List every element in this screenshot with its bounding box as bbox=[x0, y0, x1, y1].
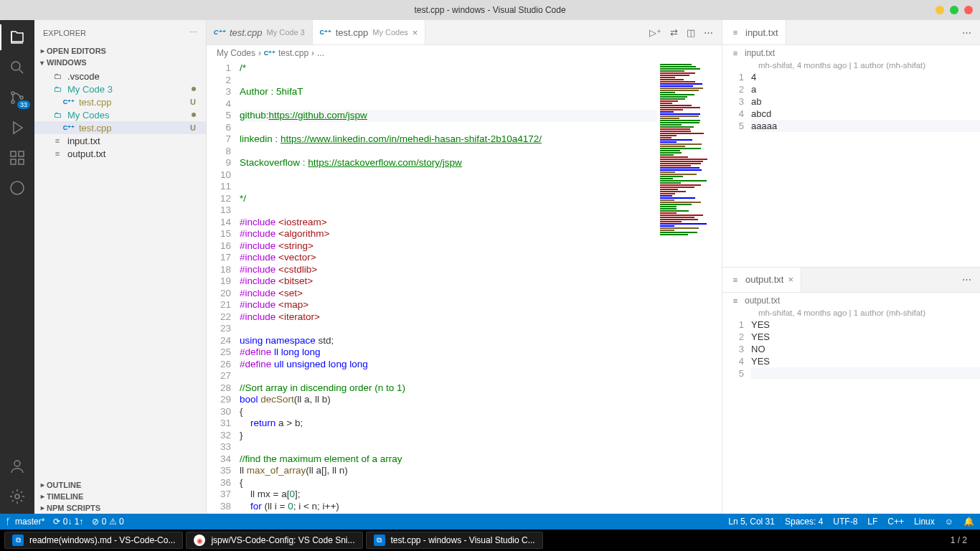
taskbar-item[interactable]: ◉jspw/VS-Code-Config: VS Code Sni... bbox=[186, 532, 362, 549]
svg-point-9 bbox=[14, 461, 20, 466]
remote-icon[interactable] bbox=[9, 179, 26, 197]
sb-bell-icon[interactable]: 🔔 bbox=[963, 517, 974, 527]
sb-encoding[interactable]: UTF-8 bbox=[833, 517, 857, 527]
close-tab-icon[interactable]: × bbox=[788, 274, 793, 285]
svg-rect-6 bbox=[11, 159, 16, 164]
sb-lang[interactable]: C++ bbox=[887, 517, 904, 527]
sb-feedback-icon[interactable]: ☺ bbox=[945, 517, 953, 527]
svg-rect-7 bbox=[19, 159, 24, 164]
taskbar-item[interactable]: ⧉test.cpp - windows - Visual Studio C... bbox=[366, 532, 543, 549]
output-editor[interactable]: 12345 YESYESNOYES bbox=[722, 317, 980, 514]
window-controls bbox=[936, 6, 973, 14]
taskbar: ⧉readme(windows).md - VS-Code-Co...◉jspw… bbox=[0, 529, 980, 551]
activity-bar: 33 bbox=[0, 20, 34, 514]
window-title: test.cpp - windows - Visual Studio Code bbox=[414, 5, 565, 15]
code-editor[interactable]: 1234567891011121314151617181920212223242… bbox=[207, 61, 722, 514]
sb-eol[interactable]: LF bbox=[867, 517, 877, 527]
sidebar-title: EXPLORER bbox=[43, 29, 86, 37]
breadcrumb-output[interactable]: ≡output.txt bbox=[722, 293, 980, 309]
open-editors-section[interactable]: ▾OPEN EDITORS bbox=[34, 45, 206, 57]
tree-item-My-Code-3[interactable]: 🗀My Code 3 bbox=[34, 83, 206, 95]
tab-test-cpp[interactable]: C⁺⁺test.cppMy Code 3 bbox=[207, 20, 313, 44]
svg-point-1 bbox=[11, 92, 14, 95]
svg-point-0 bbox=[11, 62, 20, 70]
run-icon[interactable]: ▷⁺ bbox=[649, 27, 661, 38]
editor-main: C⁺⁺test.cppMy Code 3C⁺⁺test.cppMy Codes×… bbox=[207, 20, 722, 514]
sb-os[interactable]: Linux bbox=[914, 517, 935, 527]
svg-rect-5 bbox=[19, 151, 24, 156]
timeline-section[interactable]: ▾TIMELINE bbox=[34, 491, 206, 502]
statusbar: ᚶ master* ⟳ 0↓ 1↑ ⊘ 0 ⚠ 0 Ln 5, Col 31 S… bbox=[0, 514, 980, 529]
minimize-icon[interactable] bbox=[936, 6, 944, 14]
outline-section[interactable]: ▾OUTLINE bbox=[34, 479, 206, 491]
sb-position[interactable]: Ln 5, Col 31 bbox=[728, 517, 775, 527]
more-icon[interactable]: ⋯ bbox=[962, 27, 971, 38]
breadcrumb[interactable]: My Codes› C⁺⁺test.cpp› ... bbox=[207, 45, 722, 61]
npm-section[interactable]: ▾NPM SCRIPTS bbox=[34, 502, 206, 514]
sb-branch[interactable]: ᚶ master* bbox=[6, 517, 44, 527]
output-meta: mh-shifat, 4 months ago | 1 author (mh-s… bbox=[722, 309, 980, 317]
tabs-main: C⁺⁺test.cppMy Code 3C⁺⁺test.cppMy Codes×… bbox=[207, 20, 722, 45]
taskbar-item[interactable]: ⧉readme(windows).md - VS-Code-Co... bbox=[4, 532, 183, 549]
minimap[interactable] bbox=[657, 61, 722, 514]
input-editor[interactable]: 12345 4aababcdaaaaa bbox=[722, 70, 980, 267]
titlebar: test.cpp - windows - Visual Studio Code bbox=[0, 0, 980, 20]
tree-item-output-txt[interactable]: ≡output.txt bbox=[34, 147, 206, 160]
breadcrumb-input[interactable]: ≡input.txt bbox=[722, 45, 980, 61]
more-icon[interactable]: ⋯ bbox=[962, 274, 971, 285]
more-icon[interactable]: ⋯ bbox=[704, 27, 713, 38]
more-icon[interactable]: ⋯ bbox=[189, 28, 197, 37]
tab-output-txt[interactable]: ≡output.txt× bbox=[722, 268, 801, 292]
tree-item-test-cpp[interactable]: C⁺⁺test.cppU bbox=[34, 95, 206, 108]
tab-input-txt[interactable]: ≡input.txt bbox=[722, 20, 786, 44]
editor-side: ≡input.txt⋯ ≡input.txt mh-shifat, 4 mont… bbox=[722, 20, 980, 514]
sb-problems[interactable]: ⊘ 0 ⚠ 0 bbox=[92, 517, 123, 527]
workspace-indicator[interactable]: 1 / 2 bbox=[951, 535, 976, 545]
diff-icon[interactable]: ⇄ bbox=[670, 27, 678, 38]
maximize-icon[interactable] bbox=[950, 6, 958, 14]
close-icon[interactable] bbox=[964, 6, 973, 14]
scm-icon[interactable]: 33 bbox=[9, 89, 26, 106]
split-icon[interactable]: ◫ bbox=[687, 27, 695, 38]
input-meta: mh-shifat, 4 months ago | 1 author (mh-s… bbox=[722, 61, 980, 70]
svg-point-8 bbox=[11, 182, 24, 194]
debug-icon[interactable] bbox=[9, 119, 26, 136]
svg-point-2 bbox=[11, 100, 14, 103]
extensions-icon[interactable] bbox=[9, 149, 26, 166]
tree-item-input-txt[interactable]: ≡input.txt bbox=[34, 134, 206, 147]
sb-spaces[interactable]: Spaces: 4 bbox=[785, 517, 823, 527]
tree-item-test-cpp[interactable]: C⁺⁺test.cppU bbox=[34, 121, 206, 134]
accounts-icon[interactable] bbox=[9, 458, 26, 475]
sidebar: EXPLORER ⋯ ▾OPEN EDITORS ▾WINDOWS 🗀.vsco… bbox=[34, 20, 207, 514]
settings-icon[interactable] bbox=[9, 488, 26, 505]
tab-test-cpp[interactable]: C⁺⁺test.cppMy Codes× bbox=[313, 20, 426, 44]
explorer-icon[interactable] bbox=[9, 29, 26, 46]
workspace-section[interactable]: ▾WINDOWS bbox=[34, 57, 206, 68]
scm-badge: 33 bbox=[17, 100, 30, 109]
tree-item--vscode[interactable]: 🗀.vscode bbox=[34, 70, 206, 83]
close-tab-icon[interactable]: × bbox=[413, 27, 418, 38]
sb-sync[interactable]: ⟳ 0↓ 1↑ bbox=[53, 517, 83, 527]
search-icon[interactable] bbox=[9, 59, 26, 76]
svg-point-10 bbox=[15, 494, 19, 499]
tabs-actions: ▷⁺ ⇄ ◫ ⋯ bbox=[641, 20, 722, 44]
tree-item-My-Codes[interactable]: 🗀My Codes bbox=[34, 108, 206, 121]
svg-rect-4 bbox=[11, 151, 16, 156]
